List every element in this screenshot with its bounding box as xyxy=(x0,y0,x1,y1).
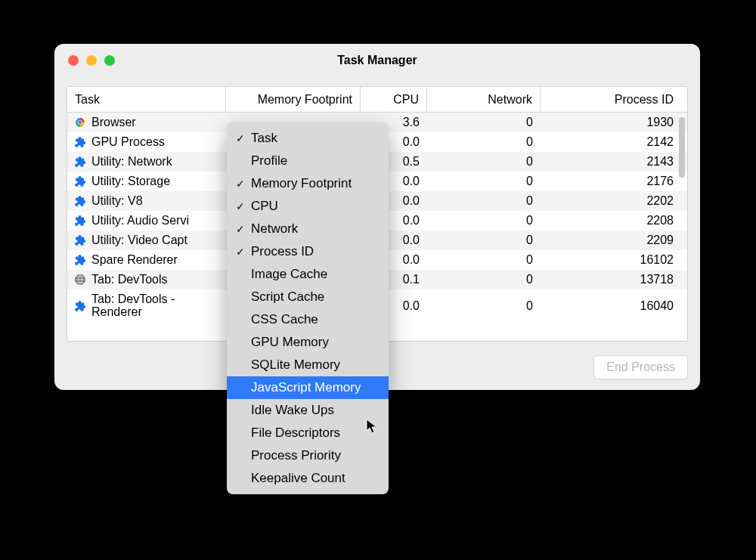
menu-item-label: CSS Cache xyxy=(251,312,318,327)
cell-net: 0 xyxy=(427,155,541,169)
cell-task: Utility: Video Capt xyxy=(67,234,226,247)
menu-item-label: Script Cache xyxy=(251,289,324,305)
menu-item-label: Process ID xyxy=(251,244,314,259)
cell-net: 0 xyxy=(427,135,541,149)
extension-icon xyxy=(73,175,87,188)
cell-net: 0 xyxy=(427,175,541,188)
menu-item[interactable]: File Descriptors xyxy=(227,422,389,444)
cell-task: Utility: Storage xyxy=(67,175,226,188)
svg-point-2 xyxy=(79,121,82,125)
column-header-task[interactable]: Task xyxy=(67,87,226,112)
cell-task: Spare Renderer xyxy=(67,253,226,267)
extension-icon xyxy=(73,214,87,227)
task-name: GPU Process xyxy=(91,135,165,149)
task-name: Tab: DevTools - Renderer xyxy=(91,293,226,319)
cell-net: 0 xyxy=(427,273,541,286)
cell-pid: 16040 xyxy=(541,299,687,313)
cell-net: 0 xyxy=(427,194,541,208)
task-name: Browser xyxy=(91,116,136,129)
cell-pid: 2176 xyxy=(541,175,687,188)
check-icon: ✓ xyxy=(234,133,246,144)
menu-item[interactable]: Image Cache xyxy=(227,263,389,286)
check-icon: ✓ xyxy=(234,201,246,212)
extension-icon xyxy=(73,253,87,267)
titlebar[interactable]: Task Manager xyxy=(54,44,700,77)
column-header-pid[interactable]: Process ID xyxy=(541,87,687,112)
end-process-button[interactable]: End Process xyxy=(593,355,688,379)
menu-item-label: CPU xyxy=(251,199,278,214)
task-name: Utility: Audio Servi xyxy=(91,214,189,227)
cell-task: Utility: Network xyxy=(67,155,226,169)
menu-item[interactable]: Profile xyxy=(227,150,389,172)
menu-item-label: Keepalive Count xyxy=(251,471,345,486)
cell-pid: 13718 xyxy=(541,273,687,286)
cell-task: Tab: DevTools - Renderer xyxy=(67,293,226,319)
menu-item-label: Task xyxy=(251,131,277,146)
menu-item-label: Memory Footprint xyxy=(251,176,352,191)
menu-item[interactable]: ✓Memory Footprint xyxy=(227,172,389,195)
column-header-cpu[interactable]: CPU xyxy=(361,87,427,112)
extension-icon xyxy=(73,234,87,247)
menu-item[interactable]: Idle Wake Ups xyxy=(227,399,389,422)
column-context-menu[interactable]: ✓TaskProfile✓Memory Footprint✓CPU✓Networ… xyxy=(227,122,389,494)
table-header: Task Memory Footprint CPU Network Proces… xyxy=(67,87,687,113)
menu-item-label: Network xyxy=(251,221,298,237)
cell-task: Tab: DevTools xyxy=(67,273,226,286)
task-name: Utility: Storage xyxy=(91,175,170,188)
menu-item-label: GPU Memory xyxy=(251,335,329,350)
menu-item-label: JavaScript Memory xyxy=(251,380,361,395)
cell-pid: 2208 xyxy=(541,214,687,227)
cell-net: 0 xyxy=(427,214,541,227)
menu-item[interactable]: ✓Network xyxy=(227,218,389,240)
cell-pid: 16102 xyxy=(541,253,687,267)
menu-item[interactable]: Script Cache xyxy=(227,286,389,308)
cell-net: 0 xyxy=(427,299,541,313)
task-name: Spare Renderer xyxy=(91,253,178,267)
cell-net: 0 xyxy=(427,234,541,247)
scrollbar-thumb[interactable] xyxy=(679,117,685,178)
task-name: Utility: Video Capt xyxy=(91,234,187,247)
column-header-network[interactable]: Network xyxy=(427,87,541,112)
extension-icon xyxy=(73,194,87,208)
cell-net: 0 xyxy=(427,253,541,267)
cell-pid: 2143 xyxy=(541,155,687,169)
cell-task: Utility: Audio Servi xyxy=(67,214,226,227)
menu-item-label: File Descriptors xyxy=(251,425,340,441)
check-icon: ✓ xyxy=(234,178,246,189)
menu-item[interactable]: Keepalive Count xyxy=(227,467,389,490)
maximize-button[interactable] xyxy=(104,55,115,66)
globe-icon xyxy=(73,273,87,286)
cell-pid: 2202 xyxy=(541,194,687,208)
cell-task: GPU Process xyxy=(67,135,226,149)
menu-item[interactable]: GPU Memory xyxy=(227,331,389,354)
menu-item[interactable]: ✓CPU xyxy=(227,195,389,218)
menu-item[interactable]: SQLite Memory xyxy=(227,354,389,376)
task-name: Tab: DevTools xyxy=(91,273,168,286)
column-header-memory[interactable]: Memory Footprint xyxy=(226,87,361,112)
extension-icon xyxy=(73,155,87,169)
minimize-button[interactable] xyxy=(86,55,97,66)
menu-item[interactable]: ✓Process ID xyxy=(227,240,389,263)
menu-item-label: SQLite Memory xyxy=(251,357,340,373)
cell-pid: 2142 xyxy=(541,135,687,149)
cell-pid: 2209 xyxy=(541,234,687,247)
close-button[interactable] xyxy=(68,55,79,66)
extension-icon xyxy=(73,299,87,313)
menu-item[interactable]: Process Priority xyxy=(227,444,389,467)
chrome-icon xyxy=(73,116,87,129)
extension-icon xyxy=(73,135,87,149)
check-icon: ✓ xyxy=(234,224,246,234)
window-title: Task Manager xyxy=(54,54,700,67)
menu-item-label: Image Cache xyxy=(251,267,327,282)
menu-item-label: Profile xyxy=(251,153,287,169)
cell-task: Browser xyxy=(67,116,226,129)
task-name: Utility: Network xyxy=(91,155,172,169)
check-icon: ✓ xyxy=(234,246,246,257)
cell-pid: 1930 xyxy=(541,116,687,129)
menu-item[interactable]: ✓Task xyxy=(227,127,389,150)
menu-item[interactable]: JavaScript Memory xyxy=(227,376,389,399)
menu-item[interactable]: CSS Cache xyxy=(227,308,389,331)
task-name: Utility: V8 xyxy=(91,194,143,208)
menu-item-label: Idle Wake Ups xyxy=(251,403,334,418)
footer: End Process xyxy=(593,355,688,379)
